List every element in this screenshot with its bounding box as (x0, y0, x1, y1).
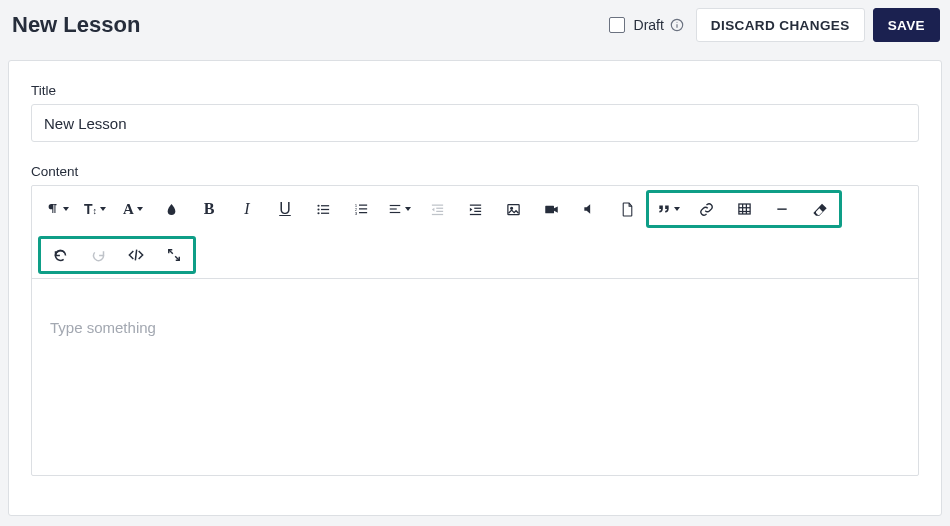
code-view-button[interactable] (117, 240, 155, 270)
image-icon (506, 202, 521, 217)
title-label: Title (31, 83, 919, 98)
svg-rect-15 (389, 205, 400, 206)
svg-rect-12 (359, 208, 367, 209)
draft-label: Draft (634, 17, 664, 33)
drop-icon (165, 203, 178, 216)
insert-file-button[interactable] (608, 194, 646, 224)
svg-rect-22 (469, 204, 480, 205)
insert-audio-button[interactable] (570, 194, 608, 224)
page-header: New Lesson Draft DISCARD CHANGES SAVE (0, 0, 950, 50)
pilcrow-icon (46, 202, 60, 216)
insert-link-button[interactable] (687, 194, 725, 224)
ordered-list-button[interactable]: 123 (342, 194, 380, 224)
svg-rect-19 (436, 207, 443, 208)
svg-text:1: 1 (354, 203, 357, 208)
bold-button[interactable]: B (190, 194, 228, 224)
list-ul-icon (316, 202, 331, 217)
svg-rect-25 (469, 213, 480, 214)
redo-icon (91, 248, 106, 263)
svg-rect-10 (359, 204, 367, 205)
table-icon (737, 202, 752, 216)
svg-rect-28 (545, 205, 554, 213)
svg-rect-34 (777, 208, 786, 209)
editor-toolbar: T↕ A B I U (32, 186, 918, 279)
editor-placeholder: Type something (50, 319, 156, 336)
highlight-util-group (38, 236, 196, 274)
fullscreen-button[interactable] (155, 240, 193, 270)
draft-toggle[interactable]: Draft (605, 14, 684, 36)
paragraph-format-button[interactable] (38, 194, 76, 224)
volume-icon (582, 202, 596, 216)
highlight-insert-group (646, 190, 842, 228)
svg-rect-8 (321, 212, 329, 213)
svg-rect-23 (474, 207, 481, 208)
title-input[interactable] (31, 104, 919, 142)
align-button[interactable] (380, 194, 418, 224)
minus-icon (775, 202, 789, 216)
svg-rect-4 (321, 205, 329, 206)
svg-text:3: 3 (354, 210, 357, 215)
indent-icon (468, 202, 483, 217)
svg-point-3 (317, 204, 319, 206)
svg-point-5 (317, 208, 319, 210)
info-icon (670, 18, 684, 32)
svg-point-7 (317, 212, 319, 214)
draft-checkbox[interactable] (609, 17, 625, 33)
save-button[interactable]: SAVE (873, 8, 940, 42)
undo-icon (53, 248, 68, 263)
editor-body[interactable]: Type something (32, 279, 918, 475)
undo-button[interactable] (41, 240, 79, 270)
svg-rect-21 (431, 213, 442, 214)
svg-point-2 (676, 22, 677, 23)
svg-rect-20 (436, 210, 443, 211)
unordered-list-button[interactable] (304, 194, 342, 224)
page-title: New Lesson (12, 12, 140, 38)
discard-button[interactable]: DISCARD CHANGES (696, 8, 865, 42)
text-color-button[interactable]: A (114, 194, 152, 224)
indent-button[interactable] (456, 194, 494, 224)
svg-rect-24 (474, 210, 481, 211)
svg-rect-17 (389, 212, 400, 213)
content-label: Content (31, 164, 919, 179)
video-icon (544, 203, 559, 216)
clear-formatting-button[interactable] (801, 194, 839, 224)
file-icon (621, 202, 634, 217)
rich-text-editor: T↕ A B I U (31, 185, 919, 476)
redo-button[interactable] (79, 240, 117, 270)
svg-rect-16 (389, 208, 396, 209)
svg-rect-14 (359, 212, 367, 213)
insert-table-button[interactable] (725, 194, 763, 224)
underline-button[interactable]: U (266, 194, 304, 224)
svg-rect-18 (431, 204, 442, 205)
font-size-button[interactable]: T↕ (76, 194, 114, 224)
svg-point-27 (510, 207, 512, 209)
svg-line-37 (175, 256, 179, 260)
outdent-button[interactable] (418, 194, 456, 224)
svg-line-35 (135, 250, 136, 261)
background-color-button[interactable] (152, 194, 190, 224)
svg-rect-6 (321, 208, 329, 209)
italic-button[interactable]: I (228, 194, 266, 224)
svg-line-36 (169, 250, 173, 254)
svg-rect-29 (738, 204, 749, 214)
align-icon (388, 202, 402, 216)
svg-text:2: 2 (354, 206, 357, 211)
form-panel: Title Content T↕ A (8, 60, 942, 516)
outdent-icon (430, 202, 445, 217)
expand-icon (167, 248, 181, 262)
list-ol-icon: 123 (354, 202, 369, 217)
insert-hr-button[interactable] (763, 194, 801, 224)
svg-rect-26 (507, 204, 518, 214)
eraser-icon (812, 202, 828, 216)
quote-button[interactable] (649, 194, 687, 224)
insert-image-button[interactable] (494, 194, 532, 224)
insert-video-button[interactable] (532, 194, 570, 224)
quote-icon (657, 203, 671, 215)
code-icon (128, 248, 144, 262)
link-icon (699, 202, 714, 217)
